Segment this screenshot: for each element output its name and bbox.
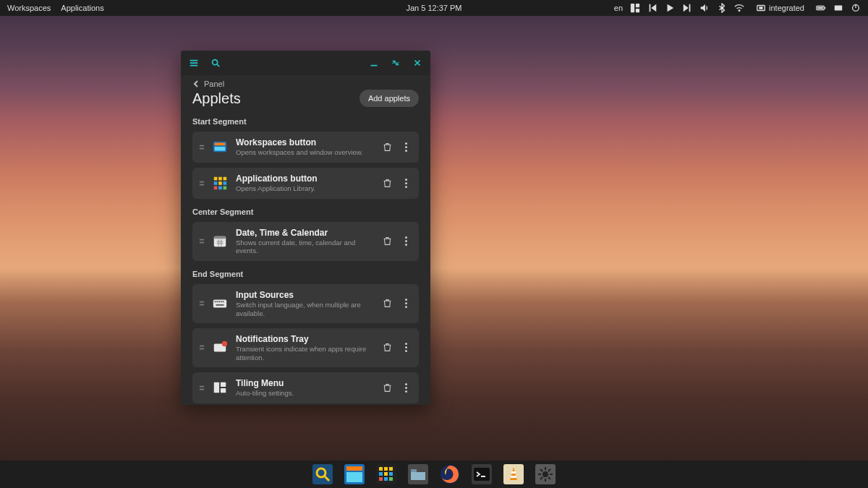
drag-handle-icon[interactable]: ━━ bbox=[200, 301, 204, 306]
more-icon[interactable] bbox=[400, 141, 412, 153]
more-icon[interactable] bbox=[400, 298, 412, 309]
graphics-indicator[interactable]: integrated bbox=[752, 3, 809, 13]
minimize-icon[interactable] bbox=[368, 57, 380, 69]
applet-title: Tiling Menu bbox=[236, 378, 374, 388]
applet-desc: Transient icons indicate when apps requi… bbox=[236, 345, 374, 361]
dock-app-terminal[interactable] bbox=[472, 464, 492, 484]
svg-point-40 bbox=[222, 341, 227, 346]
drag-handle-icon[interactable]: ━━ bbox=[200, 239, 204, 244]
applet-desc: Auto-tiling settings. bbox=[236, 389, 374, 397]
close-icon[interactable] bbox=[412, 57, 423, 69]
svg-rect-25 bbox=[224, 187, 227, 190]
delete-icon[interactable] bbox=[381, 298, 393, 309]
applet-title: Input Sources bbox=[236, 290, 374, 300]
more-icon[interactable] bbox=[400, 177, 412, 189]
drag-handle-icon[interactable]: ━━ bbox=[200, 145, 204, 150]
svg-rect-55 bbox=[379, 472, 383, 476]
svg-rect-62 bbox=[411, 469, 417, 472]
applet-row: ━━ Notifications Tray Transient icons in… bbox=[192, 328, 419, 367]
applet-row: ━━ Input Sources Switch input language, … bbox=[192, 284, 419, 323]
svg-rect-22 bbox=[224, 181, 227, 185]
delete-icon[interactable] bbox=[381, 342, 393, 354]
svg-rect-20 bbox=[214, 181, 218, 185]
delete-icon[interactable] bbox=[381, 141, 393, 153]
battery-icon[interactable] bbox=[816, 3, 826, 13]
svg-rect-36 bbox=[221, 301, 222, 302]
segment-start-label: Start Segment bbox=[192, 117, 419, 126]
applet-row: ━━ Applications button Opens Application… bbox=[192, 168, 419, 199]
breadcrumb[interactable]: Panel bbox=[192, 80, 419, 88]
svg-rect-15 bbox=[215, 143, 226, 146]
svg-rect-50 bbox=[346, 472, 362, 482]
power-icon[interactable] bbox=[851, 3, 861, 13]
panel-applications-button[interactable]: Applications bbox=[61, 4, 103, 12]
add-applets-button[interactable]: Add applets bbox=[359, 90, 419, 107]
svg-rect-41 bbox=[214, 382, 219, 393]
drag-handle-icon[interactable]: ━━ bbox=[200, 385, 204, 390]
settings-window: Panel Applets Add applets Start Segment … bbox=[181, 51, 430, 405]
dock-app-firefox[interactable] bbox=[440, 464, 460, 484]
more-icon[interactable] bbox=[400, 382, 412, 393]
svg-point-70 bbox=[542, 471, 548, 477]
delete-icon[interactable] bbox=[381, 177, 393, 189]
notifications-icon[interactable] bbox=[833, 3, 843, 13]
svg-point-11 bbox=[213, 60, 218, 65]
window-header bbox=[181, 51, 430, 75]
svg-rect-43 bbox=[221, 388, 226, 393]
drag-handle-icon[interactable]: ━━ bbox=[200, 181, 204, 186]
dock-app-settings[interactable] bbox=[535, 464, 556, 484]
notification-tray-icon bbox=[211, 339, 229, 356]
dock-app-applications[interactable] bbox=[376, 464, 396, 484]
panel-datetime[interactable]: Jan 5 12:37 PM bbox=[406, 4, 461, 12]
svg-line-12 bbox=[217, 64, 220, 67]
svg-rect-18 bbox=[218, 177, 222, 181]
tiling-icon[interactable] bbox=[630, 3, 640, 13]
applet-title: Workspaces button bbox=[236, 137, 374, 147]
maximize-icon[interactable] bbox=[390, 57, 401, 69]
bluetooth-icon[interactable] bbox=[717, 3, 727, 13]
menu-icon[interactable] bbox=[188, 57, 200, 69]
search-icon[interactable] bbox=[210, 57, 221, 69]
svg-rect-2 bbox=[636, 9, 639, 12]
applet-desc: Opens Application Library. bbox=[236, 184, 374, 192]
panel-workspaces-button[interactable]: Workspaces bbox=[7, 4, 51, 12]
network-icon[interactable] bbox=[734, 3, 744, 13]
segment-end-label: End Segment bbox=[192, 270, 419, 278]
svg-rect-23 bbox=[214, 187, 218, 190]
media-prev-icon[interactable] bbox=[647, 3, 658, 13]
svg-rect-56 bbox=[384, 472, 388, 476]
dock-app-workspaces[interactable] bbox=[344, 464, 365, 484]
more-icon[interactable] bbox=[400, 342, 412, 354]
dock-app-search[interactable] bbox=[312, 464, 333, 484]
sound-icon[interactable] bbox=[699, 3, 710, 13]
dock-app-vlc[interactable] bbox=[503, 464, 524, 484]
page-title: Applets bbox=[192, 90, 241, 107]
drag-handle-icon[interactable]: ━━ bbox=[200, 345, 204, 350]
delete-icon[interactable] bbox=[381, 382, 393, 393]
delete-icon[interactable] bbox=[381, 236, 393, 247]
svg-rect-27 bbox=[214, 236, 226, 239]
panel-input-lang[interactable]: en bbox=[614, 4, 623, 12]
top-panel: Workspaces Applications Jan 5 12:37 PM e… bbox=[0, 0, 868, 16]
svg-rect-19 bbox=[224, 177, 227, 181]
svg-rect-65 bbox=[474, 468, 490, 481]
dock-app-files[interactable] bbox=[408, 464, 428, 484]
svg-rect-42 bbox=[221, 382, 226, 387]
more-icon[interactable] bbox=[400, 236, 412, 247]
svg-rect-4 bbox=[759, 7, 762, 9]
keyboard-icon bbox=[211, 295, 229, 312]
svg-rect-52 bbox=[379, 467, 383, 471]
applet-row: ━━ Workspaces button Opens workspaces an… bbox=[192, 132, 419, 163]
svg-rect-16 bbox=[215, 147, 226, 151]
tiling-icon bbox=[211, 379, 229, 396]
svg-rect-17 bbox=[214, 177, 218, 181]
applet-title: Notifications Tray bbox=[236, 334, 374, 344]
media-play-icon[interactable] bbox=[665, 3, 675, 13]
workspaces-icon bbox=[211, 138, 229, 155]
svg-rect-0 bbox=[631, 4, 634, 12]
applet-row: ━━ Date, Time & Calendar Shows current d… bbox=[192, 222, 419, 261]
media-next-icon[interactable] bbox=[682, 3, 692, 13]
dock bbox=[0, 461, 868, 488]
graphics-label: integrated bbox=[769, 4, 804, 12]
svg-rect-33 bbox=[215, 301, 216, 302]
